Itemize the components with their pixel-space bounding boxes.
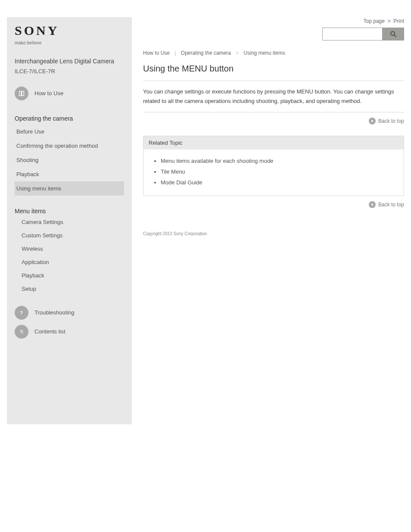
search-button[interactable] <box>383 28 404 40</box>
breadcrumb-separator: > <box>236 50 239 56</box>
sidebar-item-playback-menu[interactable]: Playback <box>15 269 124 282</box>
breadcrumb-item[interactable]: Operating the camera <box>181 50 231 56</box>
back-to-top-label: Back to top <box>378 202 404 208</box>
brand-tagline: make.believe <box>15 40 124 45</box>
troubleshooting-link[interactable]: ? Troubleshooting <box>15 303 124 322</box>
breadcrumb-item[interactable]: Using menu items <box>244 50 285 56</box>
page-title: Using the MENU button <box>143 64 404 74</box>
svg-point-4 <box>391 31 395 35</box>
svg-text:?: ? <box>20 310 23 315</box>
related-topic-box: Related Topic Menu items available for e… <box>143 136 404 196</box>
back-to-top-label: Back to top <box>378 118 404 124</box>
sidebar-item-setup[interactable]: Setup <box>15 282 124 296</box>
related-item[interactable]: Tile Menu <box>161 166 394 177</box>
back-to-top[interactable]: Back to top <box>143 196 404 216</box>
related-item[interactable]: Mode Dial Guide <box>161 177 394 188</box>
sidebar-item-application[interactable]: Application <box>15 255 124 269</box>
search-input[interactable] <box>322 28 383 40</box>
help-icon: ? <box>15 306 28 320</box>
svg-line-5 <box>394 35 396 37</box>
related-heading: Related Topic <box>143 136 404 149</box>
operation-section-title: Operating the camera <box>15 115 124 122</box>
sidebar-item-using-menu[interactable]: Using menu items <box>15 181 124 196</box>
brand-logo: SONY <box>15 23 124 38</box>
product-model: ILCE-7/ILCE-7R <box>15 68 124 75</box>
sidebar-item-confirming[interactable]: Confirming the operation method <box>15 139 124 153</box>
top-page-link[interactable]: Top page <box>364 18 385 24</box>
breadcrumb-separator: | <box>174 50 176 56</box>
arrow-up-icon <box>369 201 376 208</box>
sidebar-item-playback[interactable]: Playback <box>15 167 124 181</box>
body-text: You can change settings or execute funct… <box>143 81 404 112</box>
list-icon <box>15 325 28 339</box>
howto-label: How to Use <box>34 90 124 96</box>
sidebar-item-camera-settings[interactable]: Camera Settings <box>15 215 124 229</box>
menu-section-title: Menu items <box>15 208 124 215</box>
related-item[interactable]: Menu items available for each shooting m… <box>161 156 394 166</box>
breadcrumb: How to Use | Operating the camera > Usin… <box>143 50 404 56</box>
sidebar-item-before-use[interactable]: Before Use <box>15 124 124 139</box>
back-to-top[interactable]: Back to top <box>143 112 404 132</box>
main-content: Top page > Print How to Use | Operating … <box>132 17 404 424</box>
breadcrumb-item[interactable]: How to Use <box>143 50 170 56</box>
operation-nav: Before Use Confirming the operation meth… <box>15 124 124 196</box>
troubleshooting-label: Troubleshooting <box>34 309 124 316</box>
copyright: Copyright 2013 Sony Corporation <box>143 231 404 236</box>
print-link[interactable]: Print <box>393 18 404 24</box>
sidebar-item-shooting[interactable]: Shooting <box>15 153 124 167</box>
book-icon <box>15 87 28 100</box>
search-bar <box>143 28 404 40</box>
contents-label: Contents list <box>34 328 124 335</box>
sidebar: SONY make.believe Interchangeable Lens D… <box>7 17 132 424</box>
howto-link[interactable]: How to Use <box>15 84 124 103</box>
sidebar-item-custom-settings[interactable]: Custom Settings <box>15 229 124 242</box>
sidebar-item-wireless[interactable]: Wireless <box>15 242 124 255</box>
menu-nav: Camera Settings Custom Settings Wireless… <box>15 215 124 296</box>
top-links: Top page > Print <box>143 17 404 28</box>
arrow-up-icon <box>369 118 376 124</box>
contents-link[interactable]: Contents list <box>15 322 124 341</box>
search-icon <box>389 30 397 38</box>
product-name: Interchangeable Lens Digital Camera <box>15 57 124 65</box>
related-list: Menu items available for each shooting m… <box>153 156 394 188</box>
